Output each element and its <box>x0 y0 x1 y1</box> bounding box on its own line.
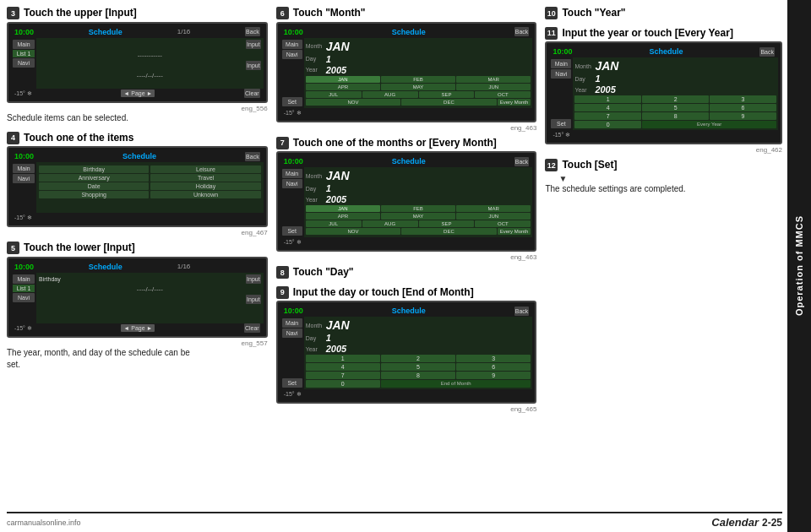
step-4-item-unknown[interactable]: Unknown <box>150 191 260 198</box>
step-6-oct-btn[interactable]: OCT <box>475 91 531 98</box>
step-7-main-btn[interactable]: Main <box>282 169 302 178</box>
step-4-back-btn[interactable]: Back <box>245 152 260 161</box>
step-11-num-3[interactable]: 3 <box>710 95 776 103</box>
step-6-sep-btn[interactable]: SEP <box>419 91 475 98</box>
step-4-item-leisure[interactable]: Leisure <box>150 166 260 173</box>
step-5-input2-btn[interactable]: Input <box>246 295 261 304</box>
step-7-jul-btn[interactable]: JUL <box>306 220 362 227</box>
step-6-month-value[interactable]: JAN <box>326 40 350 53</box>
step-7-mar-btn[interactable]: MAR <box>456 205 531 212</box>
step-3-navi-btn[interactable]: Navi <box>13 58 35 68</box>
step-6-may-btn[interactable]: MAY <box>381 84 455 90</box>
step-5-input1-btn[interactable]: Input <box>246 274 261 284</box>
step-6-navi-btn[interactable]: Navi <box>282 50 302 59</box>
step-4-item-holiday[interactable]: Holiday <box>150 182 260 190</box>
step-4-item-birthday[interactable]: Birthday <box>39 166 149 173</box>
step-7-set-btn[interactable]: Set <box>282 226 302 236</box>
step-9-back-btn[interactable]: Back <box>514 307 530 316</box>
step-6-apr-btn[interactable]: APR <box>306 84 380 90</box>
step-6-jun-btn[interactable]: JUN <box>456 84 531 90</box>
step-9-num-5[interactable]: 5 <box>381 363 455 371</box>
step-4-item-anniversary[interactable]: Anniversary <box>39 174 149 182</box>
step-7-feb-btn[interactable]: FEB <box>381 205 455 212</box>
step-9-num-1[interactable]: 1 <box>306 355 380 362</box>
step-7-apr-btn[interactable]: APR <box>306 213 380 220</box>
step-6-day-value[interactable]: 1 <box>326 54 338 64</box>
step-7-dec-btn[interactable]: DEC <box>401 228 497 235</box>
step-3-input2-btn[interactable]: Input <box>246 61 261 70</box>
step-6-cal-sidebar: Main Navi Set <box>280 38 304 108</box>
step-9-num-7[interactable]: 7 <box>306 372 380 379</box>
step-10-heading: 10 Touch "Year" <box>545 7 782 20</box>
step-4-item-travel[interactable]: Travel <box>150 174 260 182</box>
step-3-back-btn[interactable]: Back <box>245 27 260 36</box>
step-9-num-2[interactable]: 2 <box>381 355 455 362</box>
step-7-aug-btn[interactable]: AUG <box>362 220 418 227</box>
step-6-nov-btn[interactable]: NOV <box>306 99 401 106</box>
step-3-nav-btn[interactable]: ◄ Page ► <box>121 90 155 97</box>
step-6-jan-btn[interactable]: JAN <box>306 76 380 83</box>
step-9-num-8[interactable]: 8 <box>381 372 455 379</box>
step-9-num-0[interactable]: 0 <box>306 380 380 388</box>
step-11-navi-btn[interactable]: Navi <box>551 69 571 79</box>
step-9-num-4[interactable]: 4 <box>306 363 380 371</box>
step-7-sep-btn[interactable]: SEP <box>419 220 475 227</box>
step-7-navi-btn[interactable]: Navi <box>282 179 302 188</box>
step-9-set-btn[interactable]: Set <box>282 378 302 388</box>
step-9-num-6[interactable]: 6 <box>456 363 531 371</box>
step-9-main-btn[interactable]: Main <box>282 318 302 328</box>
step-6-jul-btn[interactable]: JUL <box>306 91 362 98</box>
step-5-main-btn[interactable]: Main <box>13 274 35 284</box>
step-6-main-btn[interactable]: Main <box>282 40 302 49</box>
step-3-clear-btn[interactable]: Clear <box>244 89 260 98</box>
step-4-navi-btn[interactable]: Navi <box>13 174 35 183</box>
step-11-year-value[interactable]: 2005 <box>595 84 615 95</box>
step-11-set-btn[interactable]: Set <box>551 119 571 128</box>
step-5-nav-btn[interactable]: ◄ Page ► <box>121 324 155 332</box>
step-4-item-shopping[interactable]: Shopping <box>39 191 149 198</box>
step-4-title: Touch one of the items <box>24 132 133 145</box>
step-9-day-value[interactable]: 1 <box>326 333 338 343</box>
step-5-clear-btn[interactable]: Clear <box>244 323 260 333</box>
step-9-end-of-month-btn[interactable]: End of Month <box>381 380 531 388</box>
step-5-navi-btn[interactable]: Navi <box>13 293 35 302</box>
step-4-item-date[interactable]: Date <box>39 182 149 190</box>
step-6-back-btn[interactable]: Back <box>514 27 530 36</box>
step-6-every-month-btn[interactable]: Every Month <box>498 99 531 106</box>
step-9-num-9[interactable]: 9 <box>456 372 531 379</box>
step-3-main-btn[interactable]: Main <box>13 40 35 49</box>
step-6-feb-btn[interactable]: FEB <box>381 76 455 83</box>
step-9-navi-btn[interactable]: Navi <box>282 328 302 338</box>
step-7-month-value[interactable]: JAN <box>326 169 350 182</box>
step-11-main-btn[interactable]: Main <box>551 59 571 68</box>
step-11-num-5[interactable]: 5 <box>642 104 709 111</box>
step-4-main-btn[interactable]: Main <box>13 164 35 173</box>
step-11-num-7[interactable]: 7 <box>574 112 641 120</box>
step-7-oct-btn[interactable]: OCT <box>475 220 531 227</box>
step-11-num-8[interactable]: 8 <box>642 112 709 120</box>
step-11-num-9[interactable]: 9 <box>710 112 776 120</box>
step-11-num-2[interactable]: 2 <box>642 95 709 103</box>
step-11-back-btn[interactable]: Back <box>759 47 775 57</box>
step-7-may-btn[interactable]: MAY <box>381 213 455 220</box>
step-11-every-year-btn[interactable]: Every Year <box>642 121 776 128</box>
step-6-aug-btn[interactable]: AUG <box>362 91 418 98</box>
step-11-num-6[interactable]: 6 <box>710 104 776 111</box>
step-6-mar-btn[interactable]: MAR <box>456 76 531 83</box>
step-7-jun-btn[interactable]: JUN <box>456 213 531 220</box>
step-6-year-value[interactable]: 2005 <box>326 65 346 75</box>
step-7-back-btn[interactable]: Back <box>514 157 530 166</box>
step-7-nov-btn[interactable]: NOV <box>306 228 401 235</box>
step-7-jan-btn[interactable]: JAN <box>306 205 380 212</box>
step-3-input1-btn[interactable]: Input <box>246 40 261 49</box>
step-11-img-label: eng_462 <box>545 146 782 154</box>
step-9-num-3[interactable]: 3 <box>456 355 531 362</box>
step-6-dec-btn[interactable]: DEC <box>401 99 497 106</box>
step-11-num-0[interactable]: 0 <box>574 121 641 128</box>
step-7-year-value[interactable]: 2005 <box>326 194 346 204</box>
step-7-day-value[interactable]: 1 <box>326 183 338 193</box>
step-11-num-4[interactable]: 4 <box>574 104 641 111</box>
step-6-set-btn[interactable]: Set <box>282 97 302 106</box>
step-7-every-month-btn[interactable]: Every Month <box>498 228 531 235</box>
step-11-num-1[interactable]: 1 <box>574 95 641 103</box>
